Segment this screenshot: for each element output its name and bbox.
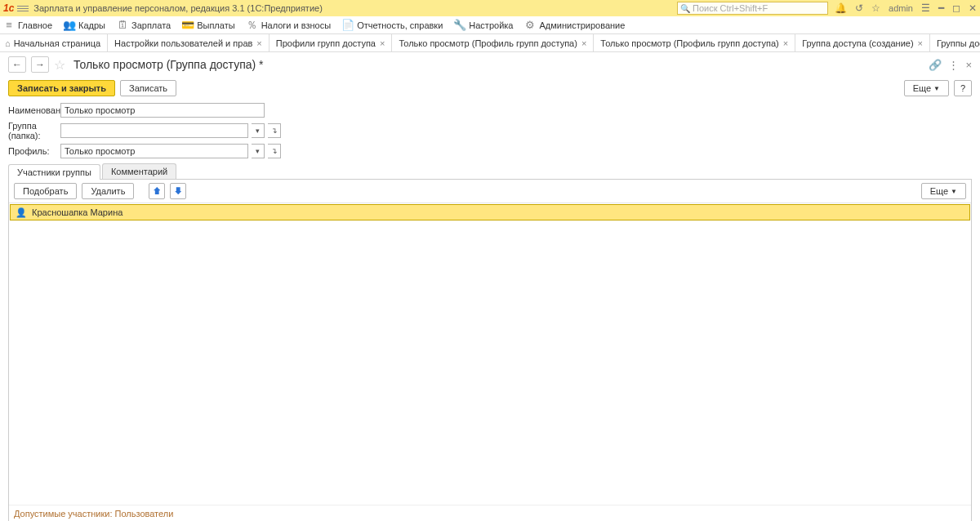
menu-label: Главное xyxy=(18,20,52,30)
menu-otchet[interactable]: 📄Отчетность, справки xyxy=(342,20,443,31)
member-name: Красношапка Марина xyxy=(32,207,122,217)
table-body[interactable]: 👤 Красношапка Марина xyxy=(9,203,971,505)
menu-label: Администрирование xyxy=(539,20,625,30)
pick-button[interactable]: Подобрать xyxy=(14,183,77,199)
tab-settings-users[interactable]: Настройки пользователей и прав× xyxy=(108,34,270,51)
history-icon[interactable]: ↺ xyxy=(855,2,863,14)
menu-label: Настройка xyxy=(469,20,513,30)
close-icon[interactable]: × xyxy=(380,38,385,48)
tab-group-create[interactable]: Группа доступа (создание)× xyxy=(795,34,930,51)
close-icon[interactable]: × xyxy=(918,38,923,48)
name-input[interactable]: Только просмотр xyxy=(60,103,265,118)
app-logo: 1c xyxy=(3,2,14,14)
title-bar: 1c Зарплата и управление персоналом, ред… xyxy=(0,0,980,16)
document-icon: 📄 xyxy=(342,20,354,31)
page-tabs: Участники группы Комментарий xyxy=(8,163,972,180)
menu-vyplaty[interactable]: 💳Выплаты xyxy=(182,20,234,31)
search-icon: 🔍 xyxy=(680,4,690,13)
star-icon[interactable]: ☆ xyxy=(871,2,880,14)
footer-label: Допустимые участники: xyxy=(14,509,112,519)
more-button[interactable]: Еще ▼ xyxy=(904,80,949,96)
tab-label: Начальная страница xyxy=(14,38,100,48)
tab-label: Группа доступа (создание) xyxy=(802,38,913,48)
table-more-button[interactable]: Еще ▼ xyxy=(921,183,966,199)
tab-label: Только просмотр (Профиль групп доступа) xyxy=(399,38,577,48)
tab-members[interactable]: Участники группы xyxy=(8,164,100,180)
form-title: Только просмотр (Группа доступа) * xyxy=(74,58,264,71)
bell-icon[interactable]: 🔔 xyxy=(835,2,847,14)
search-placeholder: Поиск Ctrl+Shift+F xyxy=(693,3,825,13)
save-button[interactable]: Записать xyxy=(120,80,176,96)
profile-open-button[interactable]: ↴ xyxy=(268,144,281,158)
profile-label: Профиль: xyxy=(8,146,57,156)
settings-icon[interactable]: ☰ xyxy=(921,2,930,14)
close-icon[interactable]: × xyxy=(581,38,586,48)
group-input[interactable] xyxy=(60,123,248,138)
tab-home[interactable]: ⌂Начальная страница xyxy=(0,34,108,51)
menu-nalogi[interactable]: ％Налоги и взносы xyxy=(247,20,332,31)
menu-label: Налоги и взносы xyxy=(261,20,332,30)
close-form-icon[interactable]: × xyxy=(965,59,972,71)
tab-label: Группы доступа xyxy=(937,38,980,48)
table-toolbar: Подобрать Удалить 🡅 🡇 Еще ▼ xyxy=(9,180,971,203)
home-icon: ⌂ xyxy=(5,38,11,48)
tab-profiles[interactable]: Профили групп доступа× xyxy=(270,34,393,51)
table-row[interactable]: 👤 Красношапка Марина xyxy=(10,204,970,220)
menu-label: Кадры xyxy=(78,20,105,30)
user-icon: 👤 xyxy=(16,207,27,218)
main-menu: ≡Главное 👥Кадры 🗓Зарплата 💳Выплаты ％Нало… xyxy=(0,16,980,34)
profile-dropdown-button[interactable]: ▾ xyxy=(252,144,265,158)
maximize-icon[interactable]: ◻ xyxy=(952,2,960,14)
tab-groups[interactable]: Группы доступа× xyxy=(930,34,980,51)
group-label: Группа (папка): xyxy=(8,121,57,140)
form-fields: Наименование: Только просмотр Группа (па… xyxy=(0,103,980,158)
global-search-input[interactable]: 🔍 Поиск Ctrl+Shift+F xyxy=(677,2,828,15)
favorite-star-icon[interactable]: ☆ xyxy=(54,57,65,73)
link-icon[interactable]: 🔗 xyxy=(929,59,942,71)
gear-icon: ⚙ xyxy=(524,20,536,31)
tab-label: Только просмотр (Профиль групп доступа) xyxy=(600,38,778,48)
action-bar: Записать и закрыть Записать Еще ▼ ? xyxy=(0,77,980,103)
more-label: Еще xyxy=(930,186,948,196)
tab-comment[interactable]: Комментарий xyxy=(102,163,176,179)
menu-nastroika[interactable]: 🔧Настройка xyxy=(454,20,513,31)
card-icon: 💳 xyxy=(182,20,194,31)
tab-label: Настройки пользователей и прав xyxy=(114,38,252,48)
group-open-button[interactable]: ↴ xyxy=(268,123,281,138)
wrench-icon: 🔧 xyxy=(454,20,466,31)
form-header: ← → ☆ Только просмотр (Группа доступа) *… xyxy=(0,52,980,77)
kebab-icon[interactable]: ⋮ xyxy=(948,59,959,71)
tab-label: Профили групп доступа xyxy=(276,38,376,48)
people-icon: 👥 xyxy=(64,20,75,31)
members-table: Подобрать Удалить 🡅 🡇 Еще ▼ 👤 Красношапк… xyxy=(8,180,972,521)
group-dropdown-button[interactable]: ▾ xyxy=(252,123,265,138)
menu-kadry[interactable]: 👥Кадры xyxy=(64,20,105,31)
move-down-button[interactable]: 🡇 xyxy=(170,183,186,199)
tab-profile-view2[interactable]: Только просмотр (Профиль групп доступа)× xyxy=(594,34,795,51)
tab-profile-view1[interactable]: Только просмотр (Профиль групп доступа)× xyxy=(392,34,594,51)
menu-zarplata[interactable]: 🗓Зарплата xyxy=(117,20,171,31)
minimize-icon[interactable]: ━ xyxy=(938,2,944,14)
name-label: Наименование: xyxy=(8,105,57,115)
delete-button[interactable]: Удалить xyxy=(82,183,134,199)
close-window-icon[interactable]: ✕ xyxy=(969,2,977,14)
help-button[interactable]: ? xyxy=(954,80,972,96)
nav-forward-button[interactable]: → xyxy=(31,56,49,73)
app-title: Зарплата и управление персоналом, редакц… xyxy=(33,3,677,13)
save-close-button[interactable]: Записать и закрыть xyxy=(8,80,115,96)
calendar-icon: 🗓 xyxy=(117,20,128,31)
chevron-down-icon: ▼ xyxy=(933,85,940,92)
menu-label: Зарплата xyxy=(131,20,171,30)
nav-back-button[interactable]: ← xyxy=(8,56,26,73)
percent-icon: ％ xyxy=(247,20,258,31)
menu-admin[interactable]: ⚙Администрирование xyxy=(524,20,625,31)
menu-main[interactable]: ≡Главное xyxy=(3,20,52,31)
menu-label: Отчетность, справки xyxy=(357,20,443,30)
close-icon[interactable]: × xyxy=(783,38,788,48)
current-user[interactable]: admin xyxy=(889,3,913,13)
main-panel-toggle-icon[interactable] xyxy=(17,2,29,14)
allowed-members-note: Допустимые участники: Пользователи xyxy=(9,505,971,521)
profile-input[interactable]: Только просмотр xyxy=(60,144,248,158)
close-icon[interactable]: × xyxy=(256,38,261,48)
move-up-button[interactable]: 🡅 xyxy=(149,183,165,199)
